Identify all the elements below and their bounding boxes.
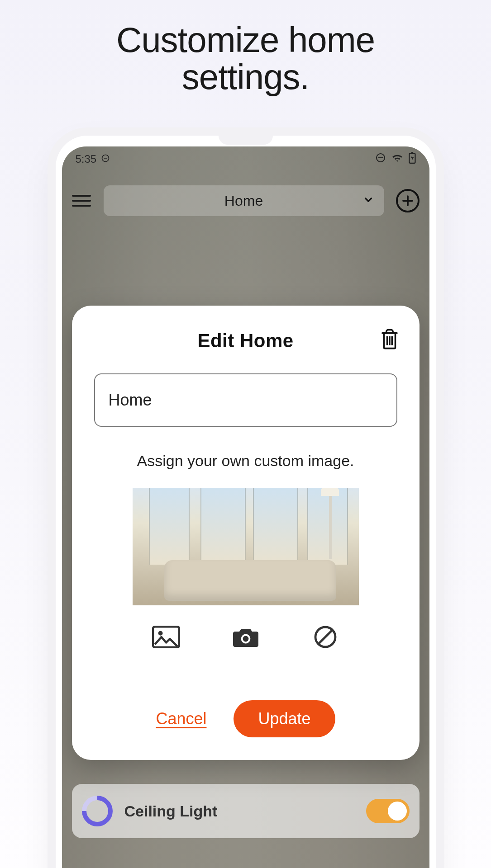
svg-rect-3 xyxy=(411,152,413,153)
home-selector[interactable]: Home xyxy=(104,185,384,216)
svg-point-6 xyxy=(158,631,162,636)
gallery-icon xyxy=(152,626,180,648)
status-bar: 5:35 xyxy=(62,146,429,172)
battery-icon xyxy=(409,152,416,166)
assign-image-label: Assign your own custom image. xyxy=(88,452,403,470)
cancel-button[interactable]: Cancel xyxy=(156,709,206,728)
image-source-row xyxy=(88,623,403,651)
phone-mockup: 5:35 xyxy=(56,136,436,868)
gallery-button[interactable] xyxy=(150,623,182,651)
app-header: Home xyxy=(62,183,429,219)
marketing-headline: Customize home settings. xyxy=(0,0,491,96)
device-status-ring-icon xyxy=(75,789,119,833)
modal-actions: Cancel Update xyxy=(88,700,403,737)
plus-icon xyxy=(401,194,415,208)
home-selector-label: Home xyxy=(224,193,263,209)
device-row[interactable]: Ceiling Light xyxy=(72,784,419,838)
camera-icon xyxy=(231,625,260,649)
camera-button[interactable] xyxy=(230,623,262,651)
modal-title: Edit Home xyxy=(197,330,293,352)
phone-notch xyxy=(219,136,273,145)
update-button[interactable]: Update xyxy=(234,700,335,737)
chevron-down-icon xyxy=(362,194,374,208)
device-row-label: Ceiling Light xyxy=(124,802,218,820)
status-indicator-icon xyxy=(101,153,110,165)
edit-home-modal: Edit Home Assign your own custom image. xyxy=(72,306,419,760)
svg-point-8 xyxy=(243,636,248,642)
device-toggle[interactable] xyxy=(366,799,410,823)
hamburger-icon xyxy=(72,195,91,197)
headline-line-2: settings. xyxy=(182,57,309,97)
wifi-icon xyxy=(391,153,403,165)
status-time: 5:35 xyxy=(76,153,97,165)
remove-image-button[interactable] xyxy=(310,623,341,651)
menu-button[interactable] xyxy=(72,191,92,211)
home-name-input[interactable] xyxy=(94,373,397,427)
delete-button[interactable] xyxy=(380,328,400,353)
image-preview[interactable] xyxy=(133,488,359,605)
trash-icon xyxy=(380,328,400,351)
phone-screen: 5:35 xyxy=(62,146,429,868)
add-button[interactable] xyxy=(396,189,419,212)
headline-line-1: Customize home xyxy=(116,20,375,60)
do-not-disturb-icon xyxy=(375,152,386,166)
no-symbol-icon xyxy=(314,625,337,649)
